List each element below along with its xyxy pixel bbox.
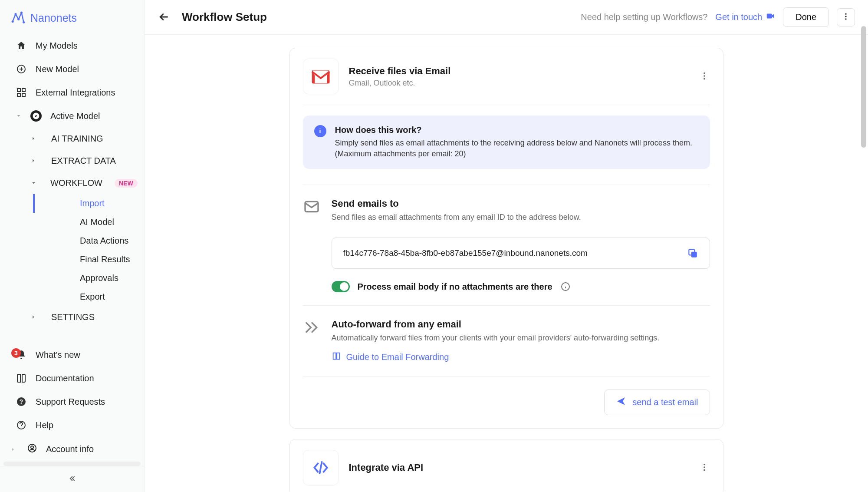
divider bbox=[303, 105, 710, 105]
svg-point-28 bbox=[704, 467, 705, 469]
content-scroll[interactable]: Receive files via Email Gmail, Outlook e… bbox=[145, 35, 868, 492]
help-circle-icon: ? bbox=[16, 396, 27, 407]
sidebar-item-documentation[interactable]: Documentation bbox=[0, 367, 144, 390]
send-emails-section: Send emails to Send files as email attac… bbox=[303, 185, 710, 305]
guide-link[interactable]: Guide to Email Forwarding bbox=[332, 351, 710, 363]
chevron-down-icon bbox=[29, 180, 39, 186]
info-text: Simply send files as email attachments t… bbox=[335, 138, 699, 159]
process-body-toggle[interactable] bbox=[332, 281, 350, 292]
workflow-item-export[interactable]: Export bbox=[33, 287, 144, 306]
info-title: How does this work? bbox=[335, 125, 699, 135]
button-label: Done bbox=[796, 12, 816, 22]
svg-point-29 bbox=[704, 469, 705, 471]
card-title: Receive files via Email bbox=[349, 66, 451, 77]
sidebar-section-extract-data[interactable]: EXTRACT DATA bbox=[0, 150, 144, 172]
svg-text:?: ? bbox=[20, 398, 23, 405]
svg-rect-6 bbox=[17, 89, 20, 92]
svg-point-20 bbox=[704, 73, 705, 74]
workflow-item-approvals[interactable]: Approvals bbox=[33, 269, 144, 287]
card-title: Integrate via API bbox=[349, 462, 424, 473]
collapse-sidebar-button[interactable] bbox=[0, 466, 144, 492]
sidebar: Nanonets My Models New Model External In… bbox=[0, 0, 145, 492]
copy-button[interactable] bbox=[687, 248, 698, 259]
sidebar-label: My Models bbox=[36, 41, 78, 51]
sidebar-item-my-models[interactable]: My Models bbox=[0, 34, 144, 57]
sidebar-label: New Model bbox=[36, 64, 79, 74]
sidebar-section-ai-training[interactable]: AI TRAINING bbox=[0, 128, 144, 150]
inbound-email-field: fb14c776-78a8-45ba-8fb0-eb87abe155e7@inb… bbox=[332, 238, 710, 269]
svg-point-17 bbox=[845, 16, 846, 17]
sidebar-item-support-requests[interactable]: ? Support Requests bbox=[0, 390, 144, 413]
sidebar-label: SETTINGS bbox=[51, 312, 95, 322]
workflow-item-ai-model[interactable]: AI Model bbox=[33, 213, 144, 231]
home-icon bbox=[16, 40, 27, 51]
book-icon bbox=[16, 373, 27, 384]
button-label: send a test email bbox=[632, 397, 698, 407]
section-title: Auto-forward from any email bbox=[332, 319, 710, 330]
scrollbar[interactable] bbox=[861, 26, 866, 148]
sidebar-label: Account info bbox=[46, 444, 94, 454]
info-icon[interactable] bbox=[560, 281, 571, 292]
api-tile-icon bbox=[303, 450, 339, 485]
svg-point-18 bbox=[845, 18, 846, 20]
svg-point-0 bbox=[12, 20, 14, 23]
send-icon bbox=[616, 396, 626, 409]
user-circle-icon bbox=[27, 443, 37, 456]
svg-point-2 bbox=[17, 18, 20, 20]
video-icon bbox=[766, 11, 775, 23]
sidebar-label: EXTRACT DATA bbox=[51, 156, 116, 166]
sidebar-label: What's new bbox=[36, 350, 80, 360]
card-more-button[interactable] bbox=[700, 462, 710, 473]
sidebar-item-help[interactable]: Help bbox=[0, 413, 144, 437]
info-callout: i How does this work? Simply send files … bbox=[303, 116, 710, 169]
info-icon: i bbox=[314, 125, 326, 137]
sidebar-item-account-info[interactable]: Account info bbox=[0, 437, 144, 462]
sidebar-section-settings[interactable]: SETTINGS bbox=[0, 306, 144, 328]
chevron-right-icon bbox=[10, 444, 16, 454]
question-circle-icon bbox=[16, 419, 27, 431]
page-title: Workflow Setup bbox=[182, 10, 267, 24]
sidebar-label: External Integrations bbox=[36, 88, 115, 98]
back-button[interactable] bbox=[158, 10, 171, 24]
content: Receive files via Email Gmail, Outlook e… bbox=[289, 48, 723, 479]
svg-point-22 bbox=[704, 78, 705, 80]
help-text: Need help setting up Workflows? bbox=[581, 12, 707, 22]
workflow-item-data-actions[interactable]: Data Actions bbox=[33, 231, 144, 250]
topbar: Workflow Setup Need help setting up Work… bbox=[145, 0, 868, 35]
svg-rect-15 bbox=[767, 14, 772, 19]
section-desc: Automatically forward files from your cl… bbox=[332, 334, 710, 343]
send-test-email-button[interactable]: send a test email bbox=[604, 390, 710, 415]
chevron-right-icon bbox=[30, 134, 37, 144]
svg-point-14 bbox=[31, 446, 33, 449]
svg-point-21 bbox=[704, 75, 705, 77]
sidebar-label: Support Requests bbox=[36, 397, 105, 407]
sidebar-section-workflow[interactable]: WORKFLOW NEW bbox=[0, 172, 144, 194]
api-import-card: Integrate via API bbox=[289, 439, 723, 492]
done-button[interactable]: Done bbox=[783, 7, 829, 27]
card-subtitle: Gmail, Outlook etc. bbox=[349, 79, 451, 88]
chevron-down-icon bbox=[16, 110, 22, 122]
sidebar-item-active-model[interactable]: Active Model bbox=[0, 104, 144, 128]
svg-rect-9 bbox=[22, 93, 25, 96]
sidebar-item-external-integrations[interactable]: External Integrations bbox=[0, 81, 144, 104]
workflow-item-final-results[interactable]: Final Results bbox=[33, 250, 144, 269]
card-more-button[interactable] bbox=[700, 71, 710, 82]
sidebar-item-whats-new[interactable]: 3 What's new bbox=[0, 343, 144, 367]
svg-point-1 bbox=[14, 13, 16, 15]
book-icon bbox=[332, 351, 341, 363]
workflow-item-import[interactable]: Import bbox=[33, 194, 144, 213]
get-in-touch-link[interactable]: Get in touch bbox=[715, 11, 775, 23]
topbar-more-button[interactable] bbox=[837, 8, 855, 26]
guide-label: Guide to Email Forwarding bbox=[346, 352, 449, 362]
section-title: Send emails to bbox=[332, 198, 710, 209]
sidebar-item-new-model[interactable]: New Model bbox=[0, 57, 144, 81]
collapse-icon bbox=[68, 474, 76, 484]
main: Workflow Setup Need help setting up Work… bbox=[145, 0, 868, 492]
svg-point-27 bbox=[704, 464, 705, 466]
mail-outline-icon bbox=[303, 198, 320, 215]
section-desc: Send files as email attachments from any… bbox=[332, 213, 710, 222]
svg-point-4 bbox=[23, 21, 25, 23]
svg-rect-8 bbox=[17, 93, 20, 96]
sidebar-label: WORKFLOW bbox=[50, 178, 102, 188]
brand[interactable]: Nanonets bbox=[0, 4, 144, 34]
